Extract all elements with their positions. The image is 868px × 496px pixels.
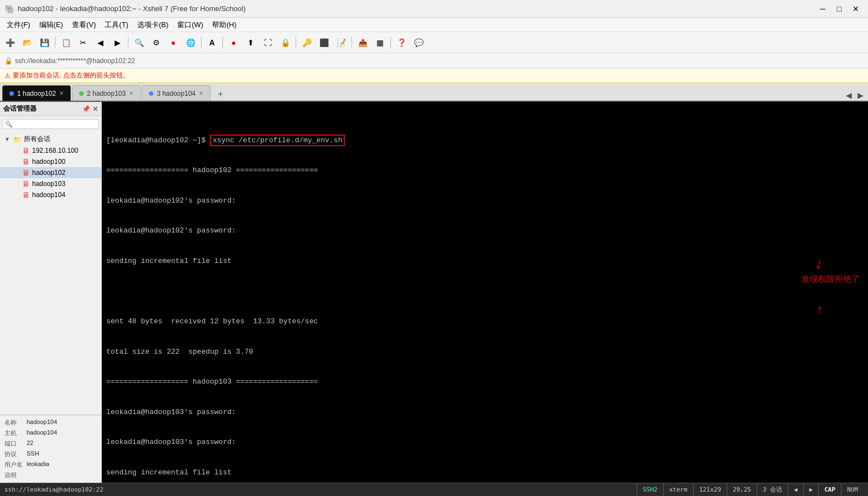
save-button[interactable]: 💾 [37,35,52,50]
globe-button[interactable]: 🌐 [183,35,198,50]
tree-item-h100[interactable]: 🖥 hadoop100 [0,156,101,167]
tab-next-button[interactable]: ▶ [855,90,866,101]
prompt-1: [leokadia@hadoop102 ~]$ [106,136,210,144]
terminal-line-command: [leokadia@hadoop102 ~]$ xsync /etc/profi… [106,136,864,146]
tab-bar: 1 hadoop102 ✕ 2 hadoop103 ✕ 3 hadoop104 … [0,83,868,102]
terminal-line-11: sending incremental file list [106,468,864,478]
app-icon: 🐘 [4,4,14,14]
key-btn[interactable]: 🔑 [299,35,314,50]
tree-label-h100: hadoop100 [32,158,97,166]
panel-btn[interactable]: ▦ [372,35,388,50]
tab-add-button[interactable]: + [214,87,227,101]
tab-label-2: 2 hadoop103 [87,90,126,97]
properties-button[interactable]: ⚙ [148,35,164,50]
host-icon-h100: 🖥 [22,157,30,166]
menu-tabs[interactable]: 选项卡(B) [133,19,173,31]
menu-window[interactable]: 窗口(W) [173,19,208,31]
forward-button[interactable]: ▶ [110,35,125,50]
menu-file[interactable]: 文件(F) [2,19,35,31]
toolbar-separator-5 [296,37,296,49]
terminal-btn[interactable]: ⬛ [316,35,332,50]
tree-label-ip: 192.168.10.100 [32,147,97,154]
copy-button[interactable]: 📋 [58,35,74,50]
toolbar-separator-3 [201,37,202,49]
info-row-user: 用户名 leokadia [2,459,99,470]
title-bar: 🐘 hadoop102 - leokadia@hadoop102:~ - Xsh… [0,0,868,18]
tab-prev-button[interactable]: ◀ [844,90,854,101]
info-row-desc: 说明 [2,470,99,480]
tab-close-1[interactable]: ✕ [59,90,64,96]
tab-dot-1 [9,91,14,96]
script-btn[interactable]: 📝 [333,35,349,50]
info-label-user: 用户名 [4,461,27,469]
tree-item-h104[interactable]: 🖥 hadoop104 [0,189,101,200]
terminal-line-4: sending incremental file list [106,256,864,266]
tree-label-h102: hadoop102 [32,169,97,177]
new-session-button[interactable]: ➕ [2,35,18,50]
tree-item-ip[interactable]: 🖥 192.168.10.100 [0,145,101,156]
status-nav-next[interactable]: ▶ [803,483,819,497]
tab-label-1: 1 hadoop102 [17,90,56,97]
menu-edit[interactable]: 编辑(E) [35,19,68,31]
status-cap: CAP [818,483,841,497]
maximize-button[interactable]: □ [831,3,847,15]
red-btn[interactable]: ● [226,35,241,50]
status-ssh: SSH2 [637,483,663,497]
font-button[interactable]: A [204,35,220,50]
tree-item-h102[interactable]: 🖥 hadoop102 [0,167,101,178]
tab-hadoop102[interactable]: 1 hadoop102 ✕ [2,85,71,101]
info-label-port: 端口 [4,440,27,448]
fullscreen-btn[interactable]: ⛶ [260,35,276,50]
tree-label-h103: hadoop103 [32,180,97,188]
host-icon-ip: 🖥 [22,146,30,155]
tree-root-label: 所有会话 [24,135,97,144]
tab-close-3[interactable]: ✕ [199,90,203,96]
arrow-up-icon: ↑ [816,304,824,317]
open-button[interactable]: 📂 [19,35,35,50]
terminal-area[interactable]: [leokadia@hadoop102 ~]$ xsync /etc/profi… [102,102,868,483]
sidebar-close-button[interactable]: ✕ [92,105,98,113]
info-label-protocol: 协议 [4,450,27,458]
minimize-button[interactable]: ─ [815,3,830,15]
tab-close-2[interactable]: ✕ [129,90,133,96]
search-button[interactable]: 🔍 [131,35,147,50]
menu-tools[interactable]: 工具(T) [100,19,133,31]
menu-view[interactable]: 查看(V) [68,19,100,31]
help-btn[interactable]: ❓ [394,35,409,50]
window-title: hadoop102 - leokadia@hadoop102:~ - Xshel… [18,4,815,13]
address-text: ssh://leokadia:***********@hadoop102:22 [15,57,135,65]
toolbar-separator-1 [55,37,55,49]
cut-button[interactable]: ✂ [75,35,91,50]
status-sessions: 3 会话 [757,483,788,497]
sidebar-pin-button[interactable]: 📌 [82,105,90,113]
back-button[interactable]: ◀ [92,35,108,50]
menu-help[interactable]: 帮助(H) [208,19,241,31]
menu-bar: 文件(F) 编辑(E) 查看(V) 工具(T) 选项卡(B) 窗口(W) 帮助(… [0,18,868,32]
main-content: 会话管理器 📌 ✕ ▼ 📁 所有会话 🖥 192.168.10.100 🖥 ha… [0,102,868,483]
connect-button[interactable]: ● [166,35,181,50]
sidebar-search-input[interactable] [2,119,99,129]
terminal-line-1: =================== hadoop102 ==========… [106,166,864,175]
status-size: 121x29 [693,483,727,497]
session-tree: ▼ 📁 所有会话 🖥 192.168.10.100 🖥 hadoop100 🖥 … [0,131,101,415]
host-icon-h102: 🖥 [22,168,30,177]
lock-btn[interactable]: 🔒 [277,35,293,50]
close-button[interactable]: ✕ [848,3,864,15]
status-connection: ssh://leokadia@hadoop102:22 [4,486,637,493]
chat-btn[interactable]: 💬 [411,35,426,50]
terminal-line-9: leokadia@hadoop103's password: [106,407,864,417]
info-label-name: 名称 [4,418,27,427]
tree-root[interactable]: ▼ 📁 所有会话 [0,133,101,145]
toolbar: ➕ 📂 💾 📋 ✂ ◀ ▶ 🔍 ⚙ ● 🌐 A ● ⬆ ⛶ 🔒 🔑 ⬛ 📝 📤 … [0,32,868,53]
tree-label-h104: hadoop104 [32,191,97,199]
tree-item-h103[interactable]: 🖥 hadoop103 [0,178,101,189]
upload-btn[interactable]: ⬆ [243,35,259,50]
status-nav-prev[interactable]: ◀ [788,483,803,497]
address-bar: 🔒 ssh://leokadia:***********@hadoop102:2… [0,53,868,69]
tab-hadoop104[interactable]: 3 hadoop104 ✕ [142,85,210,101]
tab-hadoop103[interactable]: 2 hadoop103 ✕ [72,85,141,101]
status-position: 29,25 [727,483,757,497]
terminal-line-3: leokadia@hadoop102's password: [106,226,864,236]
send-btn[interactable]: 📤 [355,35,370,50]
toolbar-separator-7 [390,37,391,49]
